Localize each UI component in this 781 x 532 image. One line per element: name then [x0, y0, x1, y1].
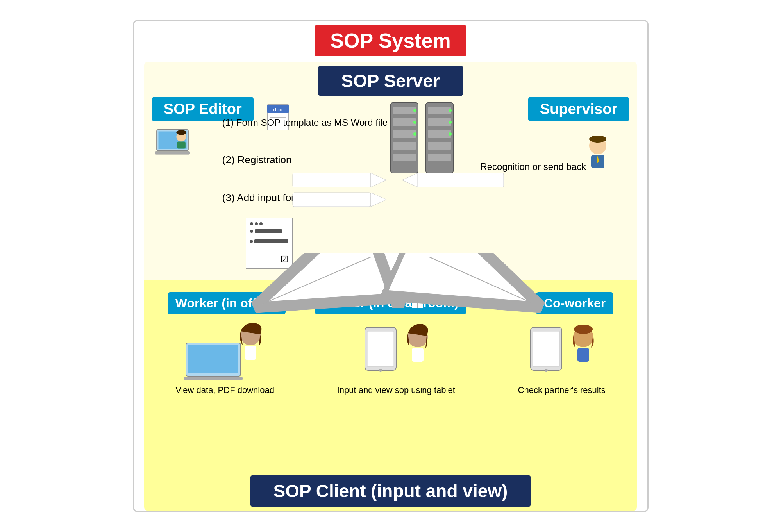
svg-rect-59 — [577, 348, 589, 362]
step-labels: (1) Form SOP template as MS Word file (2… — [222, 112, 388, 209]
svg-point-26 — [413, 109, 416, 112]
svg-rect-23 — [393, 130, 416, 138]
worker-office-box: Worker (in office) — [168, 292, 286, 314]
svg-rect-46 — [184, 377, 243, 380]
coworker-group: Check partner's results — [518, 320, 606, 395]
svg-rect-30 — [428, 107, 451, 114]
bottom-section: Worker (in office) Worker (in clean room… — [144, 280, 637, 511]
system-title: SOP System — [315, 25, 466, 56]
laptop-icon — [153, 126, 196, 161]
step1-label: (1) Form SOP template as MS Word file — [222, 112, 388, 133]
svg-rect-24 — [393, 142, 416, 150]
svg-rect-53 — [412, 348, 424, 362]
editor-computer-area — [153, 126, 196, 163]
svg-point-51 — [379, 369, 382, 372]
coworker-svg — [523, 320, 601, 382]
svg-rect-31 — [428, 118, 451, 126]
top-section: SOP Server SOP Editor Supervisor — [144, 62, 637, 280]
sop-client-box: SOP Client (input and view) — [250, 475, 531, 507]
step2-label: (2) Registration — [222, 149, 388, 171]
bottom-people-row: View data, PDF download — [144, 320, 637, 395]
form-icon-area: ☑ — [246, 218, 293, 269]
main-area: SOP Server SOP Editor Supervisor — [144, 62, 637, 511]
supervisor-person — [580, 136, 615, 180]
form-check: ☑ — [281, 254, 288, 264]
main-container: SOP System SOP Server SOP Editor Supervi… — [133, 20, 649, 512]
svg-rect-21 — [393, 107, 416, 114]
coworker-box: Co-worker — [536, 292, 613, 314]
worker-office-group: View data, PDF download — [175, 320, 274, 395]
worker-cleanroom-box: Worker (in clean room) — [315, 292, 466, 314]
step3-label: (3) Add input form — [222, 187, 388, 209]
sop-server-box: SOP Server — [318, 66, 463, 96]
svg-point-36 — [449, 121, 452, 124]
svg-rect-50 — [367, 331, 394, 366]
recognition-label: Recognition or send back — [480, 161, 586, 172]
supervisor-svg — [580, 136, 615, 179]
coworker-caption: Check partner's results — [518, 385, 606, 395]
server-icon-area — [383, 99, 461, 186]
svg-rect-22 — [393, 118, 416, 126]
svg-point-35 — [449, 109, 452, 112]
svg-point-28 — [413, 132, 416, 136]
worker-cleanroom-caption: Input and view sop using tablet — [337, 385, 455, 395]
worker-office-caption: View data, PDF download — [175, 385, 274, 395]
supervisor-box: Supervisor — [528, 97, 629, 121]
worker-office-svg — [182, 320, 268, 382]
svg-rect-2 — [155, 152, 190, 154]
svg-rect-4 — [177, 142, 186, 149]
svg-rect-45 — [188, 345, 238, 373]
server-svg — [383, 99, 461, 185]
svg-rect-32 — [428, 130, 451, 138]
svg-text:doc: doc — [273, 107, 282, 112]
svg-point-27 — [413, 121, 416, 124]
worker-cleanroom-group: Input and view sop using tablet — [337, 320, 455, 395]
svg-point-37 — [449, 132, 452, 136]
svg-point-58 — [574, 325, 593, 334]
svg-point-56 — [545, 369, 548, 372]
form-mini: ☑ — [246, 218, 293, 269]
svg-rect-55 — [533, 331, 559, 366]
svg-rect-48 — [245, 346, 256, 360]
svg-point-5 — [176, 130, 186, 135]
svg-rect-34 — [428, 154, 451, 161]
worker-cleanroom-svg — [357, 320, 435, 382]
svg-rect-25 — [393, 154, 416, 161]
svg-rect-33 — [428, 142, 451, 150]
